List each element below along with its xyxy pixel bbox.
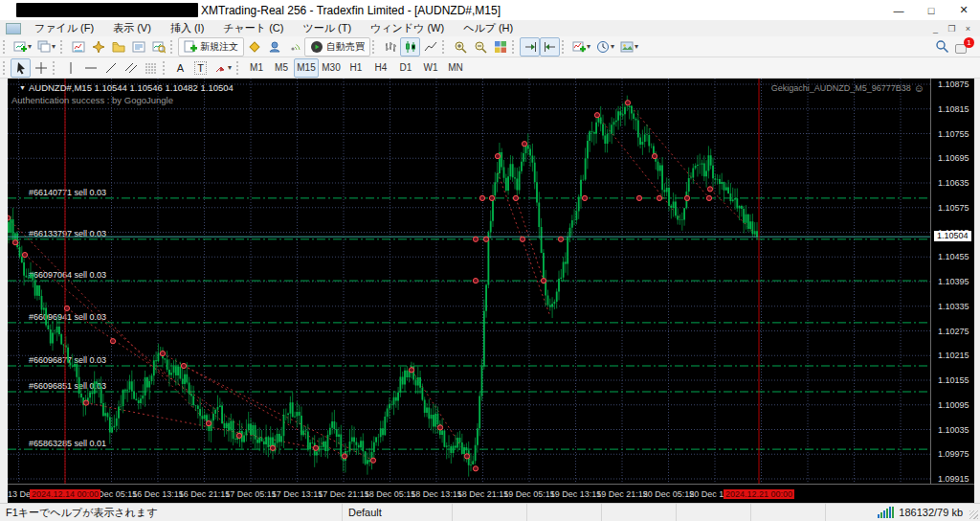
bar-chart-button[interactable] <box>380 37 400 57</box>
resize-grip[interactable] <box>969 504 980 521</box>
menu-item[interactable]: チャート (C) <box>213 20 293 36</box>
toolbar-grip[interactable] <box>170 40 175 54</box>
price-tick-label: 1.10035 <box>938 425 969 435</box>
toolbar-grip[interactable] <box>442 40 447 54</box>
mdi-close-button[interactable]: × <box>960 24 976 34</box>
status-profile[interactable]: Default <box>342 504 452 521</box>
timeframe-button-w1[interactable]: W1 <box>418 58 443 78</box>
text-button[interactable]: A <box>170 58 190 78</box>
vertical-line-button[interactable] <box>60 58 80 78</box>
toolbar-grip[interactable] <box>60 40 65 54</box>
trendline-button[interactable] <box>100 58 121 78</box>
trade-marker <box>313 445 318 450</box>
data-window-button[interactable] <box>128 37 148 57</box>
candle-wicks <box>9 96 757 477</box>
trade-marker <box>206 421 211 426</box>
status-segment <box>676 504 750 521</box>
toolbar-grip[interactable] <box>53 61 57 75</box>
menu-item[interactable]: ヘルプ (H) <box>454 20 523 36</box>
indicators-button[interactable] <box>569 37 593 57</box>
templates-button[interactable] <box>617 37 641 57</box>
window-maximize-button[interactable]: □ <box>915 0 947 20</box>
candle-bodies <box>9 106 757 465</box>
timeframe-button-h4[interactable]: H4 <box>368 58 393 78</box>
chart-plot[interactable]: ▼AUDNZD#,M15 1.10544 1.10546 1.10482 1.1… <box>8 79 930 484</box>
timeframe-button-m15[interactable]: M15 <box>294 58 319 78</box>
price-axis[interactable]: 1.108751.108151.107551.106951.106351.105… <box>930 79 974 484</box>
timeframe-button-m5[interactable]: M5 <box>269 58 294 78</box>
auto-scroll-button[interactable] <box>520 37 540 57</box>
tile-windows-icon <box>494 40 507 54</box>
navigator-icon <box>92 40 105 54</box>
time-tick-label: 17 Dec 05:15 <box>225 489 277 499</box>
auto-scroll-icon <box>523 40 537 54</box>
chart-collapse-icon[interactable]: ▼ <box>19 84 26 91</box>
toolbar-grip[interactable] <box>3 61 8 75</box>
fibonacci-button[interactable] <box>141 58 161 78</box>
toolbar-grip[interactable] <box>562 40 567 54</box>
history-center-button[interactable] <box>148 37 168 57</box>
time-tick-label: 19 Dec 21:15 <box>596 489 648 499</box>
time-tick-label: 18 Dec 13:15 <box>411 489 462 499</box>
trade-marker <box>160 351 165 356</box>
profiles-icon <box>37 40 51 54</box>
timeframe-button-h1[interactable]: H1 <box>344 58 368 78</box>
menu-item[interactable]: ファイル (F) <box>25 20 103 36</box>
time-tick-label: 17 Dec 13:15 <box>272 489 323 499</box>
horizontal-line-button[interactable] <box>80 58 100 78</box>
new-order-button[interactable]: 新規注文 <box>178 37 244 57</box>
toolbar-grip[interactable] <box>163 61 167 75</box>
cursor-icon <box>14 61 28 75</box>
toolbar-grip[interactable] <box>512 40 517 54</box>
search-icon[interactable] <box>935 39 949 54</box>
timeframe-button-mn[interactable]: MN <box>443 58 468 78</box>
time-axis[interactable]: 13 Dec 2022024.12.14 00:0016 Dec 05:1516… <box>8 484 974 503</box>
cursor-button[interactable] <box>11 58 31 78</box>
line-chart-button[interactable] <box>420 37 440 57</box>
equidistant-channel-button[interactable] <box>121 58 141 78</box>
zoom-in-button[interactable] <box>450 37 470 57</box>
menu-item[interactable]: ウィンドウ (W) <box>361 20 454 36</box>
trade-marker <box>684 195 689 200</box>
chart-area: ▼AUDNZD#,M15 1.10544 1.10546 1.10482 1.1… <box>0 79 980 503</box>
chart-shift-button[interactable] <box>540 37 560 57</box>
crosshair-button[interactable] <box>31 58 51 78</box>
trade-marker <box>110 339 115 344</box>
menu-item[interactable]: 表示 (V) <box>103 20 161 36</box>
zoom-out-icon <box>474 40 487 54</box>
timeframe-button-m1[interactable]: M1 <box>244 58 269 78</box>
mdi-minimize-button[interactable]: _ <box>927 24 944 34</box>
toolbar-grip[interactable] <box>372 40 377 54</box>
favorites-button[interactable] <box>108 37 128 57</box>
autotrading-button[interactable]: 自動売買 <box>304 37 370 57</box>
timeframe-button-m30[interactable]: M30 <box>319 58 344 78</box>
menu-item[interactable]: 挿入 (I) <box>161 20 213 36</box>
new-chart-button[interactable] <box>11 37 34 57</box>
text-label-icon: T <box>194 61 207 75</box>
notifications-button[interactable]: 1 <box>955 40 972 54</box>
chart-ohlc-header: ▼AUDNZD#,M15 1.10544 1.10546 1.10482 1.1… <box>19 82 234 93</box>
toolbar-grip[interactable] <box>3 40 8 54</box>
signals-button[interactable] <box>284 37 304 57</box>
metaeditor-button[interactable] <box>244 37 264 57</box>
profiles-button[interactable] <box>34 37 58 57</box>
traffic-text: 186132/79 kb <box>899 507 963 518</box>
market-watch-button[interactable] <box>68 37 88 57</box>
window-minimize-button[interactable]: — <box>882 0 915 20</box>
text-label-button[interactable]: T <box>190 58 211 78</box>
timeframe-button-d1[interactable]: D1 <box>393 58 418 78</box>
periods-button[interactable] <box>593 37 617 57</box>
candlestick-chart-button[interactable] <box>400 37 420 57</box>
navigator-button[interactable] <box>88 37 108 57</box>
zoom-out-button[interactable] <box>470 37 490 57</box>
mdi-restore-button[interactable]: ❐ <box>944 24 960 34</box>
ea-smiley-icon: ☺ <box>914 82 924 94</box>
request-quotes-button[interactable] <box>264 37 284 57</box>
arrows-button[interactable] <box>211 58 234 78</box>
fibonacci-icon <box>145 61 158 75</box>
menu-item[interactable]: ツール (T) <box>293 20 361 36</box>
toolbar-grip[interactable] <box>236 61 241 75</box>
tile-windows-button[interactable] <box>490 37 510 57</box>
window-close-button[interactable]: ✕ <box>947 0 980 20</box>
price-tick-label: 1.10095 <box>938 400 969 410</box>
